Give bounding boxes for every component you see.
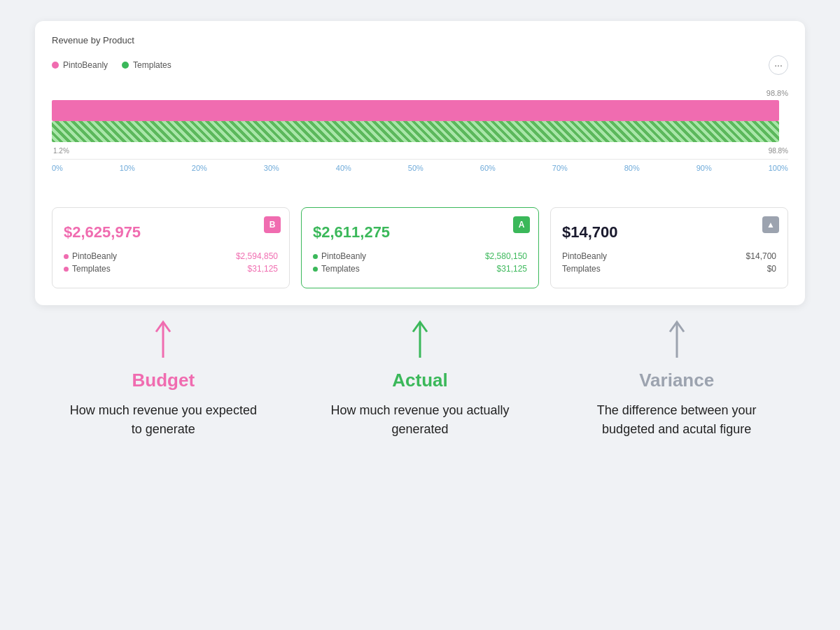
- chart-title: Revenue by Product: [52, 35, 788, 46]
- explain-col-variance: Variance The difference between your bud…: [548, 312, 805, 446]
- variance-row-templates: Templates $0: [562, 264, 776, 274]
- axis-0: 0%: [52, 164, 63, 172]
- actual-templates-text: Templates: [321, 264, 360, 274]
- actual-pintobeanly-value: $2,580,150: [485, 251, 527, 261]
- variance-pintobeanly-text: PintoBeanly: [562, 251, 607, 261]
- explain-text-budget: How much revenue you expected to generat…: [63, 401, 264, 439]
- explain-title-actual: Actual: [392, 370, 447, 391]
- actual-row-pintobeanly: PintoBeanly $2,580,150: [313, 251, 527, 261]
- bar-label-98-8: 98.8%: [766, 89, 788, 97]
- bar-chart-area: 98.8% 1.2% 98.8% 0% 10% 20% 30% 40% 50% …: [52, 89, 788, 193]
- axis-60: 60%: [480, 164, 496, 172]
- actual-value: $2,611,275: [313, 223, 527, 241]
- axis-100: 100%: [769, 164, 788, 172]
- more-options-button[interactable]: ···: [769, 55, 788, 75]
- explain-col-budget: Budget How much revenue you expected to …: [35, 312, 292, 446]
- variance-label-templates: Templates: [562, 264, 601, 274]
- actual-label-pintobeanly: PintoBeanly: [313, 251, 366, 261]
- explain-title-budget: Budget: [132, 370, 195, 391]
- legend-item-templates: Templates: [122, 60, 172, 70]
- bar-label-left: 1.2%: [53, 147, 69, 155]
- budget-templates-text: Templates: [72, 264, 111, 274]
- budget-pintobeanly-text: PintoBeanly: [72, 251, 117, 261]
- dot-green-pintobeanly: [313, 254, 318, 259]
- bar-green: [52, 121, 779, 142]
- metric-card-variance: ▲ $14,700 PintoBeanly $14,700 Templates …: [550, 207, 788, 288]
- budget-pintobeanly-value: $2,594,850: [236, 251, 278, 261]
- axis-50: 50%: [408, 164, 424, 172]
- axis-70: 70%: [552, 164, 568, 172]
- legend-dot-pink: [52, 62, 59, 69]
- budget-row-pintobeanly: PintoBeanly $2,594,850: [64, 251, 278, 261]
- axis-80: 80%: [624, 164, 640, 172]
- axis-row: 0% 10% 20% 30% 40% 50% 60% 70% 80% 90% 1…: [52, 159, 788, 172]
- actual-badge: A: [513, 216, 530, 233]
- budget-label-templates: Templates: [64, 264, 111, 274]
- bar-track: 1.2% 98.8%: [52, 100, 788, 142]
- arrow-up-actual-icon: [409, 319, 431, 361]
- axis-90: 90%: [696, 164, 712, 172]
- arrow-up-variance-icon: [666, 319, 688, 361]
- explain-col-actual: Actual How much revenue you actually gen…: [292, 312, 549, 446]
- explain-text-actual: How much revenue you actually generated: [320, 401, 521, 439]
- axis-30: 30%: [264, 164, 279, 172]
- legend-dot-green: [122, 62, 129, 69]
- bottom-section: Budget How much revenue you expected to …: [35, 305, 805, 446]
- variance-pintobeanly-value: $14,700: [746, 251, 776, 261]
- actual-label-templates: Templates: [313, 264, 360, 274]
- variance-value: $14,700: [562, 223, 776, 241]
- chart-card: Revenue by Product PintoBeanly Templates…: [35, 21, 805, 305]
- arrow-up-budget-icon: [152, 319, 174, 361]
- actual-row-templates: Templates $31,125: [313, 264, 527, 274]
- metric-card-budget: B $2,625,975 PintoBeanly $2,594,850 Temp…: [52, 207, 290, 288]
- dot-green-templates: [313, 267, 318, 272]
- legend-row: PintoBeanly Templates ···: [52, 55, 788, 75]
- legend-label-pintobeanly: PintoBeanly: [63, 60, 108, 70]
- metric-cards: B $2,625,975 PintoBeanly $2,594,850 Temp…: [52, 207, 788, 288]
- variance-badge: ▲: [762, 216, 779, 233]
- actual-templates-value: $31,125: [497, 264, 527, 274]
- bar-pink: [52, 100, 779, 121]
- explain-title-variance: Variance: [639, 370, 714, 391]
- explain-text-variance: The difference between your budgeted and…: [576, 401, 777, 439]
- dot-pink-templates-budget: [64, 267, 69, 272]
- budget-badge: B: [264, 216, 281, 233]
- variance-templates-text: Templates: [562, 264, 601, 274]
- actual-pintobeanly-text: PintoBeanly: [321, 251, 366, 261]
- budget-templates-value: $31,125: [248, 264, 278, 274]
- budget-label-pintobeanly: PintoBeanly: [64, 251, 117, 261]
- axis-10: 10%: [120, 164, 135, 172]
- bar-top-label: 98.8%: [52, 89, 788, 97]
- dot-pink-budget: [64, 254, 69, 259]
- legend-label-templates: Templates: [133, 60, 172, 70]
- budget-row-templates: Templates $31,125: [64, 264, 278, 274]
- page-wrapper: Revenue by Product PintoBeanly Templates…: [35, 21, 805, 446]
- metric-card-actual: A $2,611,275 PintoBeanly $2,580,150 Temp…: [301, 207, 539, 288]
- variance-row-pintobeanly: PintoBeanly $14,700: [562, 251, 776, 261]
- budget-value: $2,625,975: [64, 223, 278, 241]
- axis-40: 40%: [336, 164, 351, 172]
- variance-label-pintobeanly: PintoBeanly: [562, 251, 607, 261]
- variance-templates-value: $0: [767, 264, 776, 274]
- legend-item-pintobeanly: PintoBeanly: [52, 60, 108, 70]
- axis-20: 20%: [192, 164, 207, 172]
- bar-label-right: 98.8%: [769, 147, 788, 155]
